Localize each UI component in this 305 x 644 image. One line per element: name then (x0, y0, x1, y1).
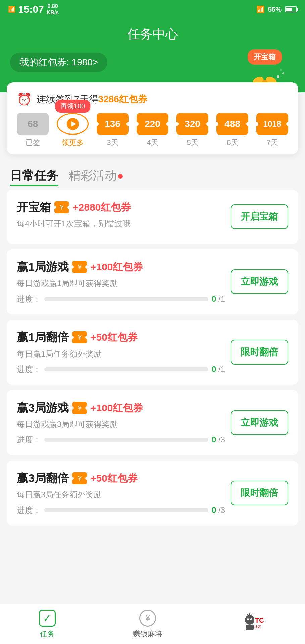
nav-item-tc[interactable]: TC 社区 (240, 613, 266, 635)
day-badge-6: 488 (216, 113, 248, 135)
progress-label-win3-double: 进度： (17, 505, 41, 516)
progress-win1-game: 进度： 0 /1 (17, 293, 225, 304)
task-row-win3-game: 赢3局游戏 ￥ +100红包券 每日游戏赢3局即可获得奖励 进度： 0 /3 立… (17, 400, 288, 445)
day-badge-4: 220 (137, 113, 168, 135)
progress-win3-double: 进度： 0 /3 (17, 505, 225, 516)
day-label-3: 3天 (107, 138, 118, 148)
task-title-row-win3-double: 赢3局翻倍 ￥ +50红包券 (17, 471, 225, 486)
svg-point-13 (247, 618, 249, 620)
task-row-win1-double: 赢1局翻倍 ￥ +50红包券 每日赢1局任务额外奖励 进度： 0 /1 限时翻倍 (17, 330, 288, 375)
bottom-nav: ✓ 任务 ¥ 赚钱麻将 TC 社区 (0, 604, 305, 644)
speed: 0.80 KB/s (47, 3, 59, 16)
signin-day-3: 136 3天 (97, 113, 129, 148)
task-info-win3-double: 赢3局翻倍 ￥ +50红包券 每日赢3局任务额外奖励 进度： 0 /3 (17, 471, 225, 516)
task-title-win3-game: 赢3局游戏 (17, 400, 69, 416)
tc-mascot-icon: TC 社区 (240, 613, 266, 633)
reward-icon-win1-game: ￥ (72, 261, 87, 273)
task-btn-win1-double[interactable]: 限时翻倍 (231, 340, 288, 365)
day-badge-5: 320 (176, 113, 208, 135)
signin-day-6: 488 6天 (216, 113, 248, 148)
task-title-row-win1-game: 赢1局游戏 ￥ +100红包券 (17, 259, 225, 275)
task-title-win1-double: 赢1局翻倍 (17, 330, 69, 345)
progress-label-win3-game: 进度： (17, 434, 41, 445)
task-info-win1-double: 赢1局翻倍 ￥ +50红包券 每日赢1局任务额外奖励 进度： 0 /1 (17, 330, 225, 375)
clock-icon: ⏰ (17, 92, 32, 106)
header: 任务中心 (0, 19, 305, 53)
task-desc-win1-double: 每日赢1局任务额外奖励 (17, 348, 225, 359)
progress-count-win1-game: 0 /1 (212, 294, 225, 304)
nav-item-mahjong[interactable]: ¥ 赚钱麻将 (133, 609, 162, 639)
nav-label-mahjong: 赚钱麻将 (133, 629, 162, 639)
checkbox-icon: ✓ (39, 610, 56, 627)
coupon-badge[interactable]: 我的红包券: 1980> (10, 53, 107, 72)
signin-day-5: 320 5天 (176, 113, 208, 148)
day-label-5: 5天 (187, 138, 198, 148)
day-badge-7: 1018 (256, 113, 288, 135)
task-info-win1-game: 赢1局游戏 ￥ +100红包券 每日游戏赢1局即可获得奖励 进度： 0 /1 (17, 259, 225, 304)
again-badge: 再领100 (55, 100, 90, 113)
signin-day-2[interactable]: 再领100 领更多 (57, 113, 89, 148)
money-circle-icon: ¥ (139, 610, 156, 627)
task-win3-game: 赢3局游戏 ￥ +100红包券 每日游戏赢3局即可获得奖励 进度： 0 /3 立… (7, 390, 298, 455)
task-btn-open-box[interactable]: 开启宝箱 (231, 204, 288, 229)
tc-nav-icon: TC 社区 (240, 613, 266, 633)
activity-dot (118, 174, 123, 179)
svg-point-7 (277, 75, 279, 78)
task-row-win1-game: 赢1局游戏 ￥ +100红包券 每日游戏赢1局即可获得奖励 进度： 0 /1 立… (17, 259, 288, 304)
svg-rect-18 (246, 625, 254, 630)
reward-amount-win3-double: +50红包券 (90, 472, 138, 485)
mahjong-nav-icon: ¥ (139, 609, 156, 627)
task-desc-win1-game: 每日游戏赢1局即可获得奖励 (17, 278, 225, 289)
day-label-1: 已签 (26, 138, 40, 148)
signin-day-7: 1018 7天 (256, 113, 288, 148)
signin-day-4: 220 4天 (137, 113, 168, 148)
progress-count-win1-double: 0 /1 (212, 365, 225, 374)
progress-label-win1-game: 进度： (17, 293, 41, 304)
task-open-box: 开宝箱 ￥ +2880红包券 每4小时可开1次宝箱，别错过哦 开启宝箱 (7, 190, 298, 244)
task-btn-win3-double[interactable]: 限时翻倍 (231, 481, 288, 505)
task-desc-open-box: 每4小时可开1次宝箱，别错过哦 (17, 218, 225, 229)
task-desc-win3-game: 每日游戏赢3局即可获得奖励 (17, 419, 225, 430)
task-btn-win1-game[interactable]: 立即游戏 (231, 269, 288, 294)
reward-amount-win1-game: +100红包券 (90, 260, 143, 274)
open-box-header-btn[interactable]: 开宝箱 (248, 49, 282, 65)
task-info-win3-game: 赢3局游戏 ￥ +100红包券 每日游戏赢3局即可获得奖励 进度： 0 /3 (17, 400, 225, 445)
reward-icon-open-box: ￥ (54, 201, 69, 213)
tab-activities[interactable]: 精彩活动 (68, 168, 123, 186)
progress-bar-win1-game (44, 297, 208, 301)
play-icon (67, 118, 79, 130)
tab-daily[interactable]: 日常任务 (10, 168, 58, 186)
task-info-open-box: 开宝箱 ￥ +2880红包券 每4小时可开1次宝箱，别错过哦 (17, 200, 225, 234)
task-desc-win3-double: 每日赢3局任务额外奖励 (17, 489, 225, 500)
time: 15:07 (18, 4, 44, 15)
svg-line-15 (247, 614, 248, 615)
day-label-4: 4天 (147, 138, 158, 148)
task-win1-double: 赢1局翻倍 ￥ +50红包券 每日赢1局任务额外奖励 进度： 0 /1 限时翻倍 (7, 320, 298, 385)
reward-amount-win3-game: +100红包券 (90, 401, 143, 415)
status-right: 📶 55% (256, 5, 297, 13)
task-title-win1-game: 赢1局游戏 (17, 259, 69, 275)
task-nav-icon: ✓ (39, 609, 56, 627)
nav-item-task[interactable]: ✓ 任务 (39, 609, 56, 639)
progress-bar-win1-double (44, 367, 208, 371)
task-win3-double: 赢3局翻倍 ￥ +50红包券 每日赢3局任务额外奖励 进度： 0 /3 限时翻倍 (7, 461, 298, 526)
task-row-open-box: 开宝箱 ￥ +2880红包券 每4小时可开1次宝箱，别错过哦 开启宝箱 (17, 200, 288, 234)
progress-count-win3-game: 0 /3 (212, 435, 225, 444)
task-win1-game: 赢1局游戏 ￥ +100红包券 每日游戏赢1局即可获得奖励 进度： 0 /1 立… (7, 249, 298, 314)
svg-point-14 (250, 618, 252, 620)
reward-icon-win3-double: ￥ (72, 472, 87, 484)
svg-text:TC: TC (255, 616, 264, 624)
svg-text:社区: 社区 (254, 625, 261, 629)
task-btn-win3-game[interactable]: 立即游戏 (231, 410, 288, 435)
play-btn[interactable] (57, 113, 89, 135)
battery-icon (285, 6, 297, 12)
page-title: 任务中心 (127, 27, 178, 41)
progress-label-win1-double: 进度： (17, 364, 41, 375)
svg-point-9 (280, 69, 282, 71)
day-label-6: 6天 (226, 138, 238, 148)
progress-win1-double: 进度： 0 /1 (17, 364, 225, 375)
status-left: 📶 15:07 0.80 KB/s (8, 3, 59, 16)
progress-win3-game: 进度： 0 /3 (17, 434, 225, 445)
day-label-7: 7天 (266, 138, 278, 148)
battery-percent: 55% (268, 6, 282, 13)
